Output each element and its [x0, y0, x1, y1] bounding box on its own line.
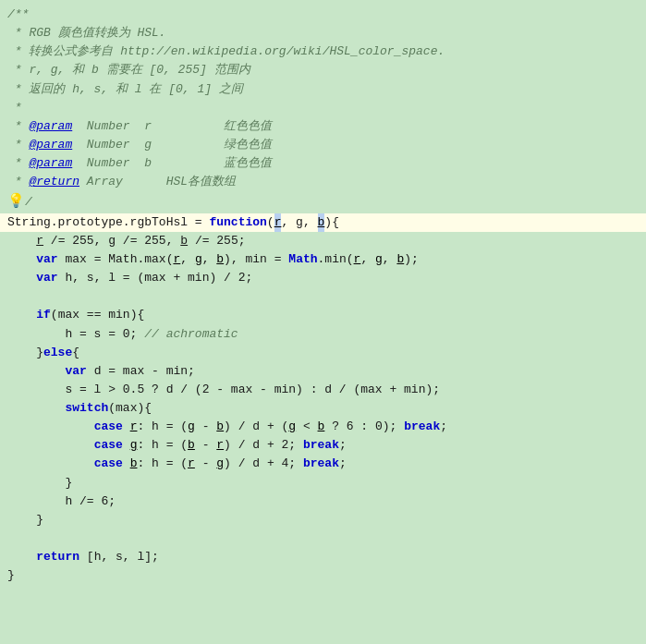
code-comma1: , [281, 213, 296, 232]
keyword-return: return [36, 548, 79, 566]
param-tag-b: @param [29, 154, 72, 173]
keyword-var2: var [36, 269, 57, 287]
keyword-case-g: case [94, 436, 123, 455]
line-divide: r /= 255, g /= 255, b /= 255; [0, 232, 646, 250]
code-paren-open: ( [267, 213, 274, 232]
line-param-r: * @param Number r 红色色值 [0, 117, 646, 136]
param-rest-g: Number g 绿色色值 [72, 136, 272, 154]
line-h-divide: h /= 6; [0, 492, 646, 511]
line-if: if(max == min){ [0, 306, 646, 324]
line-case-g: case g: h = (b - r) / d + 2; break; [0, 436, 646, 455]
comment-prefix: * [7, 117, 29, 136]
ref-g3: g [188, 418, 195, 436]
line-hsl-decl: var h, s, l = (max + min) / 2; [0, 269, 646, 287]
line-var-d: var d = max - min; [0, 362, 646, 381]
code-paren-close: ){ [324, 213, 339, 232]
comment-text: /** [7, 6, 29, 24]
line-blank-1 [0, 287, 646, 306]
comment-text: * r, g, 和 b 需要在 [0, 255] 范围内 [7, 61, 250, 79]
line-param-g: * @param Number g 绿色色值 [0, 136, 646, 154]
ref-b5: b [188, 436, 195, 455]
line-return: * @return Array HSL各值数组 [0, 173, 646, 191]
keyword-if: if [36, 306, 51, 324]
comment-text: * 转换公式参考自 http://en.wikipedia.org/wiki/H… [7, 43, 445, 61]
keyword-var1: var [36, 250, 57, 269]
code-func-proto: String.prototype.rgbToHsl = [7, 213, 209, 232]
line-bulb-close: 💡/ [0, 191, 646, 213]
line-blank-2 [0, 529, 646, 548]
ref-g2: g [375, 250, 383, 269]
ref-g4: g [288, 418, 296, 436]
comment-prefix: * [7, 136, 29, 154]
keyword-break3: break [303, 455, 339, 473]
var-r: r [36, 232, 43, 250]
ref-b3: b [216, 418, 224, 436]
line-comment-open: /** [0, 6, 646, 24]
line-max-min: var max = Math.max(r, g, b), min = Math.… [0, 250, 646, 269]
ref-r3: r [130, 418, 138, 436]
line-comment-1: * RGB 颜色值转换为 HSL. [0, 24, 646, 43]
ref-b4: b [318, 418, 325, 436]
bulb-icon: 💡 [7, 191, 25, 213]
return-tag: @return [29, 173, 79, 191]
keyword-case-b: case [94, 455, 123, 473]
ref-b2: b [396, 250, 404, 269]
keyword-else: else [43, 344, 72, 362]
ref-g1: g [195, 250, 202, 269]
line-comment-4: * 返回的 h, s, 和 l 在 [0, 1] 之间 [0, 80, 646, 99]
comment-text: * [7, 99, 22, 117]
line-case-b: case b: h = (r - g) / d + 4; break; [0, 455, 646, 473]
line-function-def: String.prototype.rgbToHsl = function(r, … [0, 213, 646, 232]
ref-g6: g [216, 455, 224, 473]
line-switch: switch(max){ [0, 399, 646, 418]
line-saturation: s = l > 0.5 ? d / (2 - max - min) : d / … [0, 381, 646, 399]
code-comma2: , [303, 213, 318, 232]
line-achromatic: h = s = 0; // achromatic [0, 325, 646, 344]
keyword-function: function [209, 213, 266, 232]
line-switch-close: } [0, 474, 646, 492]
code-container: /** * RGB 颜色值转换为 HSL. * 转换公式参考自 http://e… [0, 0, 646, 644]
param-tag-r: @param [29, 117, 72, 136]
line-case-r: case r: h = (g - b) / d + (g < b ? 6 : 0… [0, 418, 646, 436]
ref-g5: g [130, 436, 138, 455]
param-tag-g: @param [29, 136, 72, 154]
var-g: g [108, 232, 116, 250]
line-comment-3: * r, g, 和 b 需要在 [0, 255] 范围内 [0, 61, 646, 79]
param-g-text: g [296, 213, 303, 232]
param-rest-b: Number b 蓝色色值 [72, 154, 272, 173]
line-func-close: } [0, 566, 646, 585]
ref-r5: r [188, 455, 195, 473]
ref-r4: r [216, 436, 224, 455]
line-comment-2: * 转换公式参考自 http://en.wikipedia.org/wiki/H… [0, 43, 646, 61]
comment-close: / [25, 193, 32, 212]
comment-prefix: * [7, 154, 29, 173]
return-rest: Array HSL各值数组 [79, 173, 236, 191]
comment-text: * RGB 颜色值转换为 HSL. [7, 24, 166, 43]
keyword-var3: var [65, 362, 86, 381]
param-b-highlight: b [318, 213, 325, 232]
ref-r2: r [354, 250, 361, 269]
param-r-highlight: r [274, 213, 282, 232]
line-else-close: } [0, 511, 646, 529]
comment-text: * 返回的 h, s, 和 l 在 [0, 1] 之间 [7, 80, 243, 99]
line-else: }else{ [0, 344, 646, 362]
keyword-break1: break [404, 418, 440, 436]
line-param-b: * @param Number b 蓝色色值 [0, 154, 646, 173]
keyword-case-r: case [94, 418, 123, 436]
ref-b6: b [130, 455, 138, 473]
comment-prefix: * [7, 173, 29, 191]
var-b: b [180, 232, 188, 250]
keyword-break2: break [303, 436, 339, 455]
comment-achromatic: // achromatic [144, 325, 238, 344]
keyword-switch: switch [65, 399, 108, 418]
ref-r1: r [173, 250, 180, 269]
ref-b1: b [216, 250, 224, 269]
line-return-stmt: return [h, s, l]; [0, 548, 646, 566]
param-rest-r: Number r 红色色值 [72, 117, 272, 136]
keyword-mathmin: Math [288, 250, 317, 269]
code-line [7, 232, 36, 250]
line-comment-5: * [0, 99, 646, 117]
